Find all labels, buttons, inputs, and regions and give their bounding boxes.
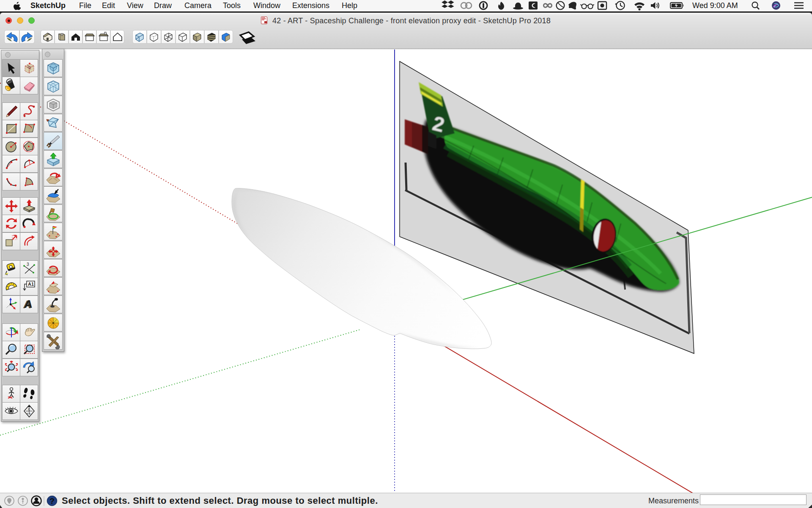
svg-text:3: 3 (27, 262, 29, 267)
svg-text:A: A (24, 298, 33, 310)
svg-text:C: C (28, 407, 30, 411)
svg-text:A S: A S (27, 412, 30, 415)
svg-text:?: ? (49, 497, 55, 505)
svg-text:A1: A1 (28, 282, 34, 287)
